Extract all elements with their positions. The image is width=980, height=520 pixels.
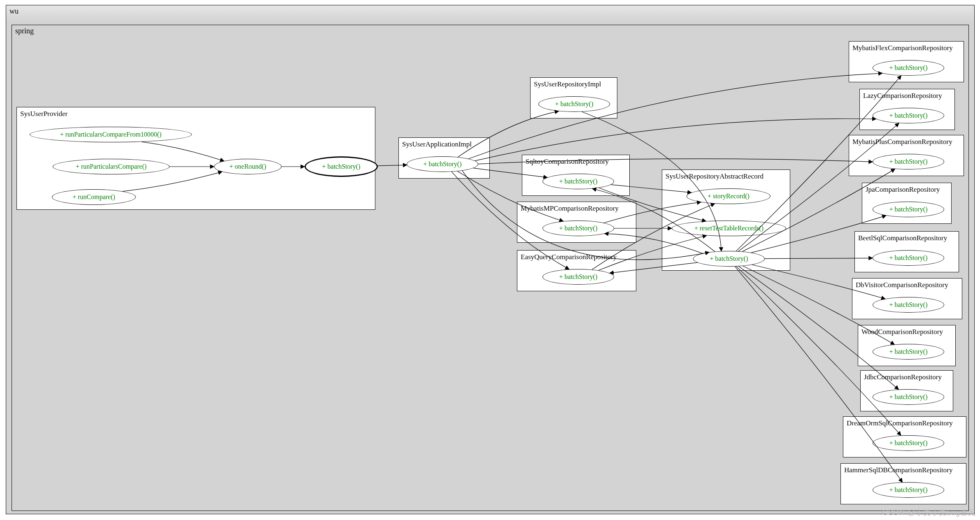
method-abstractrecord-resettesttablerecords[interactable]: + resetTestTableRecords() (672, 221, 786, 236)
method-sqltoy-batchstory[interactable]: + batchStory() (542, 174, 614, 189)
class-mybatismpcomparisonrepository-title: MybatisMPComparisonRepository (521, 204, 619, 213)
method-easyquery-batchstory[interactable]: + batchStory() (542, 269, 614, 285)
method-sysuserrepositoryimpl-batchstory[interactable]: + batchStory() (538, 96, 610, 112)
class-sysuserapplicationimpl-title: SysUserApplicationImpl (402, 140, 472, 149)
method-mybatismp-batchstory[interactable]: + batchStory() (542, 221, 614, 236)
method-sysuserprovider-batchstory[interactable]: + batchStory() (305, 156, 378, 177)
class-lazy-title: LazyComparisonRepository (863, 92, 942, 100)
class-wood-title: WoodComparisonRepository (861, 328, 943, 336)
method-dreamorm-batchstory[interactable]: + batchStory() (873, 435, 944, 451)
method-mybatisplus-batchstory[interactable]: + batchStory() (873, 154, 944, 169)
watermark: CSDN @小吴小吴bug全无 (882, 508, 976, 518)
method-abstractrecord-batchstory[interactable]: + batchStory() (693, 251, 765, 267)
class-sysuserprovider-title: SysUserProvider (20, 110, 68, 118)
class-jpa-title: JpaComparisonRepository (866, 186, 940, 194)
class-dreamorm-title: DreamOrmSqlComparisonRepository (847, 419, 953, 427)
method-dbvisitor-batchstory[interactable]: + batchStory() (873, 297, 944, 313)
class-sysuserrepositoryabstractrecord-title: SysUserRepositoryAbstractRecord (666, 172, 764, 181)
method-sysuserapplicationimpl-batchstory[interactable]: + batchStory() (407, 156, 478, 172)
method-wood-batchstory[interactable]: + batchStory() (873, 344, 944, 360)
method-abstractrecord-storyrecord[interactable]: + storyRecord() (687, 188, 770, 204)
class-sysuserrepositoryimpl-title: SysUserRepositoryImpl (534, 80, 601, 88)
class-dbvisitor-title: DbVisitorComparisonRepository (856, 281, 948, 289)
class-jdbc-title: JdbcComparisonRepository (864, 373, 942, 381)
method-runparticularscompare[interactable]: + runParticularsCompare() (53, 159, 170, 174)
diagram-stage: wu spring SysUserProvider + runParticula… (0, 0, 980, 520)
outer-frame-label: wu (9, 7, 19, 16)
inner-frame-label: spring (15, 27, 34, 35)
class-sqltoycomparisonrepository-title: SqltoyComparisonRepository (526, 158, 609, 166)
method-beetlsql-batchstory[interactable]: + batchStory() (873, 250, 944, 266)
class-mybatisplus-title: MybatisPlusComparisonRepository (852, 138, 952, 146)
inner-frame-spring: spring (12, 25, 969, 511)
method-lazy-batchstory[interactable]: + batchStory() (873, 108, 944, 123)
method-runcompare[interactable]: + runCompare() (52, 189, 136, 205)
method-jpa-batchstory[interactable]: + batchStory() (873, 202, 944, 217)
method-mybatisflex-batchstory[interactable]: + batchStory() (873, 60, 944, 76)
method-hammersqldb-batchstory[interactable]: + batchStory() (873, 482, 944, 498)
class-hammersqldb-title: HammerSqlDBComparisonRepository (844, 466, 952, 474)
class-mybatisflex-title: MybatisFlexComparisonRepository (852, 44, 953, 52)
method-runparticularscomparefrom10000[interactable]: + runParticularsCompareFrom10000() (30, 127, 192, 142)
method-oneround[interactable]: + oneRound() (214, 159, 282, 174)
method-jdbc-batchstory[interactable]: + batchStory() (873, 389, 944, 405)
class-easyquerycomparisonrepository-title: EasyQueryComparisonRepository (521, 253, 617, 261)
class-beetlsql-title: BeetlSqlComparisonRepository (858, 234, 947, 242)
